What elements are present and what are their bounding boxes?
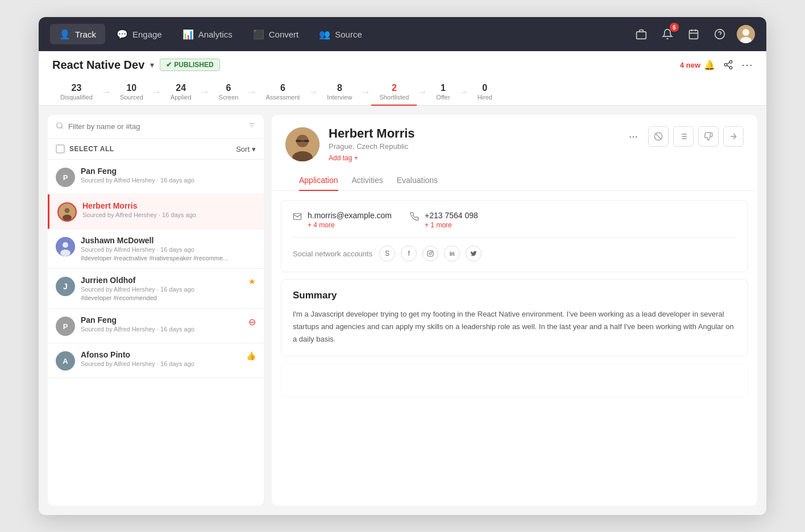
list-item-pan-feng[interactable]: P Pan Feng Sourced by Alfred Hershey · 1… (48, 309, 264, 343)
stage-disqualified[interactable]: 23 Disqualified (52, 78, 101, 105)
briefcase-icon-btn[interactable] (632, 25, 650, 43)
contact-card: h.morris@example.com + 4 more (281, 200, 748, 272)
stage-count-interview: 8 (327, 83, 352, 93)
candidate-meta-jushawn: Sourced by Alfred Hershey · 16 days ago (81, 246, 256, 253)
nav-item-source[interactable]: 👥 Source (310, 24, 371, 44)
candidate-tags-jurrien: #developer #recommended (81, 294, 256, 301)
nav-item-engage[interactable]: 💬 Engage (107, 24, 171, 44)
tab-activities[interactable]: Activities (352, 170, 383, 190)
notification-btn[interactable]: 6 (658, 25, 677, 43)
stage-info-applied: 24 Applied (163, 78, 200, 105)
right-panel: Herbert Morris Prague, Czech Republic Ad… (272, 115, 757, 506)
phone-more[interactable]: + 1 more (425, 221, 478, 229)
list-item-jurrien[interactable]: J Jurrien Oldhof Sourced by Alfred Hersh… (48, 269, 264, 309)
stage-assessment[interactable]: 6 Assessment (258, 78, 308, 105)
candidate-list: P Pan Feng Sourced by Alfred Hershey · 1… (48, 160, 264, 506)
stage-count-sourced: 10 (120, 83, 143, 93)
notification-badge: 6 (670, 23, 679, 32)
nav-item-convert[interactable]: ⬛ Convert (244, 24, 308, 44)
stage-shortlisted[interactable]: 2 Shortlisted (371, 78, 417, 105)
search-input[interactable] (68, 122, 243, 131)
linkedin-icon[interactable]: in (444, 246, 460, 261)
facebook-icon[interactable]: f (401, 246, 417, 261)
stage-sourced[interactable]: 10 Sourced (112, 78, 151, 105)
list-item-afonso[interactable]: A Afonso Pinto Sourced by Alfred Hershey… (48, 343, 264, 378)
list-item-herbert[interactable]: Herbert Morris Sourced by Alfred Hershey… (48, 194, 264, 229)
tab-application[interactable]: Application (299, 170, 338, 190)
checklist-btn[interactable] (673, 126, 694, 147)
stage-hired[interactable]: 0 Hired (470, 78, 500, 105)
user-avatar[interactable] (737, 25, 755, 43)
summary-text: I'm a Javascript developer trying to get… (293, 308, 736, 346)
candidate-meta: Sourced by Alfred Hershey · 16 days ago (81, 177, 256, 184)
phone-details: +213 7564 098 + 1 more (425, 211, 478, 229)
nav-label-analytics: Analytics (198, 30, 233, 39)
disqualify-btn[interactable] (648, 126, 669, 147)
candidate-header: Herbert Morris Prague, Czech Republic Ad… (272, 115, 757, 191)
job-dropdown-arrow[interactable]: ▾ (150, 60, 154, 69)
email-more[interactable]: + 4 more (308, 221, 392, 229)
instagram-icon[interactable] (422, 246, 438, 261)
detail-name: Herbert Morris (329, 126, 415, 141)
candidate-name: Pan Feng (81, 167, 256, 176)
bell-icon[interactable]: 🔔 (704, 60, 715, 70)
convert-icon: ⬛ (253, 28, 264, 40)
list-item[interactable]: P Pan Feng Sourced by Alfred Hershey · 1… (48, 160, 264, 194)
candidate-avatar-jushawn (56, 237, 75, 256)
detail-content: h.morris@example.com + 4 more (272, 191, 757, 506)
select-all-left: SELECT ALL (56, 144, 114, 153)
candidate-photo (285, 127, 319, 161)
arrow-5: → (309, 87, 318, 97)
tabs: Application Activities Evaluations (285, 170, 744, 190)
social-label: Social network accounts (293, 250, 372, 258)
social-row: Social network accounts S f in (293, 237, 736, 261)
stage-info-screen: 6 Screen (211, 78, 247, 105)
svg-line-14 (727, 63, 729, 64)
sort-button[interactable]: Sort ▾ (236, 145, 256, 153)
help-icon-btn[interactable] (711, 25, 729, 43)
main-content: SELECT ALL Sort ▾ P Pan Feng Sourced by … (39, 106, 766, 515)
candidate-name-jurrien: Jurrien Oldhof (81, 276, 256, 285)
track-icon: 👤 (59, 28, 70, 40)
list-item-jushawn[interactable]: Jushawn McDowell Sourced by Alfred Hersh… (48, 229, 264, 269)
arrow-2: → (152, 87, 161, 97)
stage-interview[interactable]: 8 Interview (319, 78, 360, 105)
calendar-icon-btn[interactable] (684, 25, 703, 43)
select-all-checkbox[interactable] (56, 144, 65, 153)
search-icon (56, 122, 64, 131)
svg-point-25 (60, 250, 70, 256)
left-panel: SELECT ALL Sort ▾ P Pan Feng Sourced by … (48, 115, 264, 506)
skype-icon[interactable]: S (379, 246, 395, 261)
nav-item-analytics[interactable]: 📊 Analytics (173, 24, 242, 44)
candidate-avatar-pan: P (56, 317, 75, 336)
more-btn[interactable]: ⋯ (623, 126, 644, 147)
stage-info-sourced: 10 Sourced (112, 78, 151, 105)
move-forward-btn[interactable] (723, 126, 744, 147)
stage-applied[interactable]: 24 Applied (163, 78, 200, 105)
thumbsdown-btn[interactable] (698, 126, 719, 147)
nav-item-track[interactable]: 👤 Track (50, 24, 105, 44)
action-buttons: ⋯ (623, 126, 744, 147)
svg-point-42 (429, 252, 431, 255)
svg-point-22 (63, 214, 72, 221)
contact-row: h.morris@example.com + 4 more (293, 211, 736, 229)
share-btn[interactable] (723, 60, 733, 70)
svg-point-8 (742, 29, 749, 36)
additional-card (281, 363, 748, 397)
add-tag-btn[interactable]: Add tag + (329, 154, 415, 162)
more-options-btn[interactable]: ⋯ (741, 58, 753, 72)
filter-icon[interactable] (248, 122, 256, 131)
twitter-icon[interactable] (466, 246, 482, 261)
candidate-main-info: Herbert Morris Prague, Czech Republic Ad… (285, 126, 415, 162)
arrow-7: → (418, 87, 427, 97)
svg-rect-0 (637, 32, 646, 39)
candidate-avatar-afonso: A (56, 351, 75, 371)
nav-label-source: Source (335, 30, 362, 39)
summary-title: Summary (293, 290, 736, 301)
stage-screen[interactable]: 6 Screen (211, 78, 247, 105)
stage-offer[interactable]: 1 Offer (428, 78, 458, 105)
stage-count-hired: 0 (478, 83, 492, 93)
email-icon (293, 212, 302, 223)
new-count: 4 new (680, 61, 700, 69)
tab-evaluations[interactable]: Evaluations (397, 170, 438, 190)
